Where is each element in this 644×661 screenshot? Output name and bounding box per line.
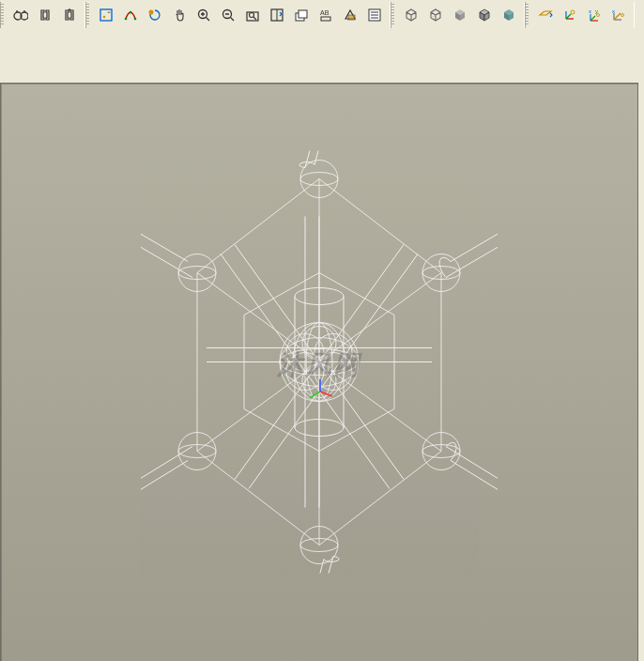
svg-rect-2: [100, 9, 112, 21]
svg-point-7: [149, 10, 154, 15]
toolbar-group-1: [0, 2, 85, 28]
svg-rect-16: [321, 17, 330, 21]
zoom-out-icon[interactable]: [217, 4, 239, 26]
pan-icon[interactable]: [168, 4, 191, 26]
toolbar-group-4: xy x: [525, 2, 635, 28]
svg-text:AB: AB: [320, 9, 330, 16]
layers-icon[interactable]: [290, 4, 313, 26]
section-icon[interactable]: [339, 4, 361, 26]
svg-rect-17: [348, 15, 355, 20]
cube-solid-icon[interactable]: [498, 4, 520, 26]
zoom-layer-icon[interactable]: [266, 4, 288, 26]
svg-point-24: [621, 14, 624, 17]
viewport-3d[interactable]: 沐风网: [0, 83, 638, 661]
wireframe-model: [141, 151, 498, 574]
zoom-window-icon[interactable]: [241, 4, 264, 26]
bracket-icon[interactable]: [34, 4, 56, 26]
svg-point-22: [597, 14, 600, 17]
bracket-up-icon[interactable]: [58, 4, 81, 26]
toolbar-group-3: [391, 2, 525, 28]
toolbar-group-2: AB: [85, 2, 391, 28]
viewport-container: 沐风网: [0, 34, 644, 661]
toolbar: AB xy: [0, 0, 644, 34]
binoculars-icon[interactable]: [9, 4, 32, 26]
svg-point-4: [125, 18, 128, 21]
svg-point-3: [103, 16, 106, 19]
axes-small-icon[interactable]: [559, 4, 581, 26]
zoom-in-icon[interactable]: [192, 4, 215, 26]
axes-diag-icon[interactable]: x: [607, 4, 630, 26]
fit-view-icon[interactable]: [95, 4, 117, 26]
cube-shade-icon[interactable]: [449, 4, 471, 26]
label-ab-icon[interactable]: AB: [314, 4, 337, 26]
svg-point-6: [130, 11, 132, 14]
cube-wire-icon[interactable]: [400, 4, 422, 26]
svg-text:x: x: [589, 8, 591, 14]
svg-point-5: [134, 18, 137, 21]
spin-icon[interactable]: [144, 4, 166, 26]
svg-point-11: [250, 13, 254, 18]
axes-xyz-icon[interactable]: xy: [583, 4, 606, 26]
plane-xy-icon[interactable]: [534, 4, 557, 26]
list-icon[interactable]: [363, 4, 386, 26]
svg-text:y: y: [595, 8, 598, 14]
svg-rect-14: [299, 10, 307, 18]
cube-edge-icon[interactable]: [473, 4, 496, 26]
cube-hidden-icon[interactable]: [424, 4, 447, 26]
curve-icon[interactable]: [119, 4, 142, 26]
svg-point-19: [571, 10, 575, 14]
